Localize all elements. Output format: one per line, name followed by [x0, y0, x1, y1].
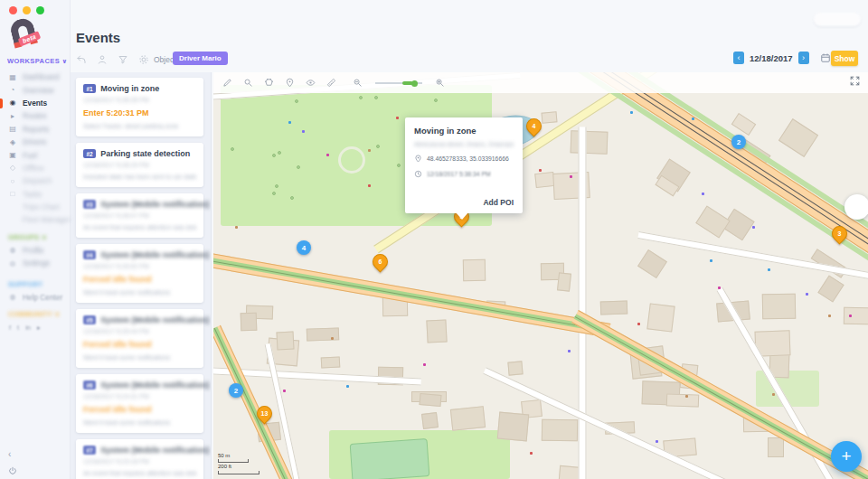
- event-popup: Moving in zone Abricosova street, Dnipro…: [405, 117, 523, 213]
- event-card[interactable]: #3 System (Mobile notification) 12/18/20…: [76, 193, 203, 238]
- event-number-badge: #3: [83, 200, 96, 209]
- close-window-button[interactable]: [9, 6, 17, 14]
- person-icon[interactable]: [97, 54, 108, 65]
- map-building: [542, 111, 558, 123]
- map-layers-button[interactable]: [844, 194, 868, 220]
- poi-pin-icon[interactable]: [285, 78, 295, 88]
- previous-day-button[interactable]: ‹: [733, 52, 744, 64]
- sidebar-item-icon: ○: [8, 177, 17, 185]
- linkedin-icon[interactable]: in: [25, 324, 31, 332]
- visibility-icon[interactable]: [306, 78, 316, 88]
- event-timestamp: 12/18/2017 5:28:07 PM: [83, 212, 196, 219]
- user-menu[interactable]: [814, 13, 861, 26]
- map-poi-dot: [702, 193, 704, 195]
- map-poi-dot: [423, 363, 426, 366]
- minimize-window-button[interactable]: [23, 6, 31, 14]
- add-poi-button[interactable]: Add POI: [483, 198, 514, 207]
- sidebar-section-community[interactable]: COMMUNITY ∨: [0, 308, 71, 321]
- zoom-out-icon[interactable]: [353, 78, 363, 88]
- app-logo[interactable]: beta: [5, 12, 48, 55]
- facebook-icon[interactable]: f: [9, 324, 11, 332]
- map-poi-dot: [396, 117, 399, 119]
- sidebar-section-groups[interactable]: GROUPS ∨: [0, 231, 71, 244]
- zoom-slider[interactable]: [375, 80, 422, 87]
- sidebar-item[interactable]: ▤ Reports: [0, 123, 71, 136]
- zoom-slider-handle[interactable]: [411, 80, 418, 87]
- sidebar-section-support[interactable]: SUPPORT: [0, 277, 71, 290]
- sidebar-item[interactable]: ◈ Drivers: [0, 136, 71, 148]
- event-description: Went it back some notifications: [83, 419, 196, 426]
- event-description: Included state has been sent to car stat…: [83, 174, 196, 180]
- cluster-marker[interactable]: 2: [731, 135, 746, 149]
- map-tree: [297, 165, 300, 169]
- maximize-window-button[interactable]: [36, 6, 44, 14]
- object-filter-chip[interactable]: Driver Mario: [173, 52, 228, 65]
- show-button[interactable]: Show: [831, 51, 858, 66]
- map-poi-dot: [752, 226, 755, 229]
- map-road: [571, 310, 868, 479]
- map-building: [600, 300, 628, 315]
- sidebar-item-settings[interactable]: ◎ Settings: [0, 257, 71, 269]
- event-card[interactable]: #1 Moving in zone 12/18/2017 5:28:35 PM …: [76, 78, 203, 136]
- measure-icon[interactable]: [326, 78, 336, 88]
- map-building: [276, 332, 294, 351]
- sidebar-item[interactable]: ▦ Dashboard: [0, 70, 71, 83]
- event-card[interactable]: #6 System (Mobile notification) 12/18/20…: [76, 374, 203, 433]
- sidebar-item[interactable]: ◔ Overview: [0, 83, 71, 96]
- draw-icon[interactable]: [222, 78, 232, 88]
- map-poi-dot: [346, 385, 349, 388]
- sidebar-item-label: Dispatch: [23, 176, 52, 185]
- sidebar-item[interactable]: ○ Dispatch: [0, 174, 71, 187]
- map-tree: [290, 196, 294, 200]
- event-list[interactable]: #1 Moving in zone 12/18/2017 5:28:35 PM …: [71, 72, 212, 479]
- cluster-marker[interactable]: 4: [297, 240, 311, 255]
- twitter-icon[interactable]: t: [17, 324, 19, 332]
- map-building: [241, 313, 258, 332]
- event-highlight: Enter 5:20:31 PM: [83, 108, 196, 117]
- map-building: [307, 327, 339, 341]
- sidebar-item[interactable]: ◉ Events: [0, 97, 71, 109]
- event-card[interactable]: #2 Parking state detection 12/18/2017 5:…: [76, 143, 203, 187]
- workspaces-dropdown[interactable]: WORKSPACES ∨: [7, 57, 68, 65]
- youtube-icon[interactable]: ▸: [37, 324, 41, 332]
- map-building: [426, 319, 447, 343]
- calendar-icon[interactable]: [820, 52, 831, 63]
- map-building: [695, 205, 731, 238]
- add-fab-button[interactable]: +: [831, 441, 862, 472]
- collapse-sidebar-button[interactable]: ‹: [8, 449, 17, 460]
- map-poi-dot: [283, 390, 286, 392]
- event-card[interactable]: #5 System (Mobile notification) 12/18/20…: [76, 309, 203, 368]
- event-card[interactable]: #4 System (Mobile notification) 12/18/20…: [76, 244, 203, 303]
- map-canvas[interactable]: 2 4 2 4 3 6 3 13 Moving in zone Abricoso…: [213, 72, 868, 479]
- map-building: [497, 412, 529, 442]
- sidebar-item[interactable]: Trips Chart: [0, 201, 71, 213]
- map-poi-dot: [828, 315, 831, 317]
- clock-icon: [414, 170, 422, 178]
- selected-date[interactable]: 12/18/2017: [748, 53, 795, 63]
- event-description: An event that requires attention was det…: [83, 224, 196, 230]
- event-description: Went it back some notifications: [83, 354, 196, 361]
- event-description: Select Tracks: street parking zone: [83, 123, 196, 129]
- sidebar-item-profile[interactable]: ◍ Profile: [0, 244, 71, 257]
- undo-icon[interactable]: [76, 54, 87, 65]
- filter-icon[interactable]: [118, 54, 128, 65]
- next-day-button[interactable]: ›: [798, 52, 809, 64]
- logout-icon[interactable]: [8, 466, 17, 475]
- sidebar-item[interactable]: Fleet Manager: [0, 213, 71, 226]
- sidebar-item[interactable]: □ Tasks: [0, 188, 71, 201]
- gear-icon[interactable]: [138, 54, 149, 65]
- app-window: beta WORKSPACES ∨ ▦ Dashboard ◔ Overview…: [0, 0, 868, 479]
- geofence-icon[interactable]: [264, 78, 274, 88]
- sidebar-item-label: Fuel: [23, 151, 37, 160]
- event-card[interactable]: #7 System (Mobile notification) 12/18/20…: [76, 439, 203, 479]
- zoom-in-icon[interactable]: [435, 78, 445, 88]
- fullscreen-button[interactable]: [849, 75, 861, 87]
- event-title: Moving in zone: [100, 84, 159, 93]
- search-area-icon[interactable]: [243, 78, 253, 88]
- cluster-marker[interactable]: 2: [229, 383, 243, 398]
- map-building: [768, 437, 784, 457]
- sidebar-item[interactable]: ▣ Fuel: [0, 148, 71, 161]
- sidebar-item[interactable]: ◇ Offline: [0, 162, 71, 174]
- sidebar-item-help-center[interactable]: ◍ Help Center: [0, 290, 71, 303]
- sidebar-item[interactable]: ▸ Routes: [0, 109, 71, 122]
